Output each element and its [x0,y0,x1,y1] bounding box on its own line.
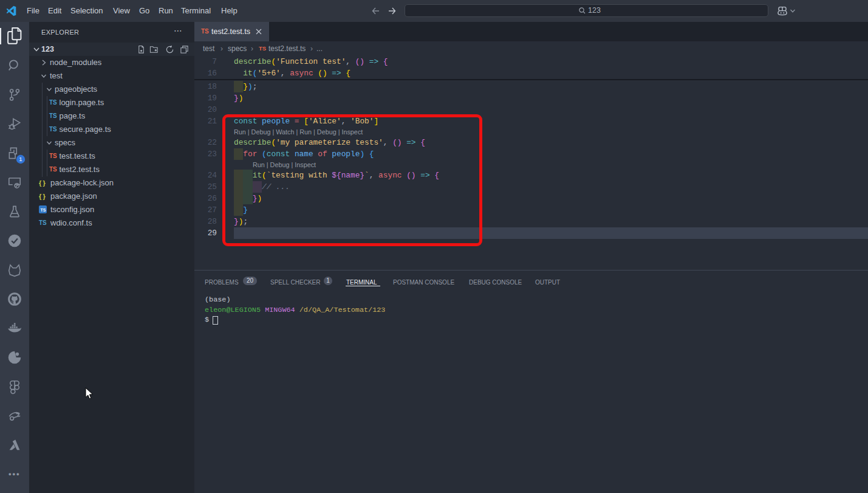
svg-text:1: 1 [19,156,22,162]
